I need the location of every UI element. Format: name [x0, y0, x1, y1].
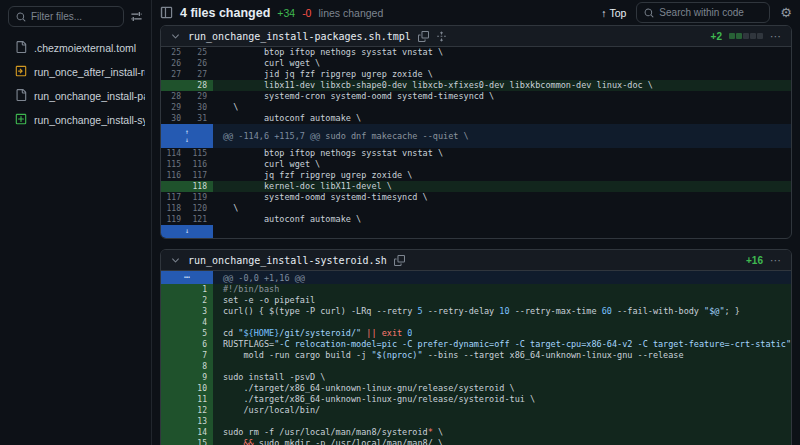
old-line-number[interactable] [161, 339, 187, 350]
code-search-box[interactable] [636, 2, 770, 23]
new-line-number[interactable]: 13 [187, 416, 213, 427]
filter-files-input[interactable] [31, 11, 116, 22]
diff-file-name[interactable]: run_onchange_install-systeroid.sh [188, 255, 387, 266]
old-line-number[interactable] [161, 295, 187, 306]
diff-file-name[interactable]: run_onchange_install-packages.sh.tmpl [188, 31, 411, 42]
diff-row-context: 2930 \ [161, 102, 791, 113]
new-line-number[interactable]: 10 [187, 383, 213, 394]
new-line-number[interactable]: 118 [187, 181, 213, 192]
old-line-number[interactable] [161, 181, 187, 192]
old-line-number[interactable]: 28 [161, 91, 187, 102]
kebab-menu-icon[interactable]: ⋯ [770, 31, 782, 42]
new-line-number[interactable]: 117 [187, 170, 213, 181]
new-line-number[interactable]: 11 [187, 394, 213, 405]
old-line-number[interactable]: 115 [161, 159, 187, 170]
diff-row-added: 12 /usr/local/bin/ [161, 405, 791, 416]
new-line-number[interactable]: 116 [187, 159, 213, 170]
old-line-number[interactable] [161, 306, 187, 317]
old-line-number[interactable] [161, 438, 187, 445]
old-line-number[interactable] [161, 383, 187, 394]
expand-hunk-button[interactable]: ↑↓ [161, 124, 213, 148]
old-line-number[interactable]: 27 [161, 69, 187, 80]
new-line-number[interactable]: 9 [187, 372, 213, 383]
diff-row-added: 10 ./target/x86_64-unknown-linux-gnu/rel… [161, 383, 791, 394]
old-line-number[interactable]: 119 [161, 214, 187, 225]
old-line-number[interactable]: 116 [161, 170, 187, 181]
new-line-number[interactable]: 8 [187, 361, 213, 372]
expand-all-icon[interactable] [436, 31, 447, 42]
old-line-number[interactable] [161, 328, 187, 339]
chevron-down-icon[interactable] [170, 255, 181, 266]
new-line-number[interactable]: 4 [187, 317, 213, 328]
file-tree-item[interactable]: run_onchange_install-syste... [0, 108, 151, 132]
new-line-number[interactable]: 3 [187, 306, 213, 317]
code-line: cd "${HOME}/git/systeroid/" || exit 0 [213, 328, 412, 339]
old-line-number[interactable] [161, 284, 187, 295]
old-line-number[interactable] [161, 416, 187, 427]
new-line-number[interactable]: 15 [187, 438, 213, 445]
new-line-number[interactable]: 25 [187, 47, 213, 58]
hunk-range: @@ -114,6 +115,7 @@ [223, 131, 320, 141]
diff-row-context: 117119 systemd-oomd systemd-timesyncd \ [161, 192, 791, 203]
old-line-number[interactable] [161, 361, 187, 372]
code-line: systemd-oomd systemd-timesyncd \ [213, 192, 428, 203]
new-line-number[interactable]: 1 [187, 284, 213, 295]
chevron-down-icon[interactable] [170, 31, 181, 42]
file-tree-item[interactable]: run_once_after_install-rust... [0, 60, 151, 84]
new-line-number[interactable]: 2 [187, 295, 213, 306]
old-line-number[interactable] [161, 350, 187, 361]
old-line-number[interactable]: 30 [161, 113, 187, 124]
new-line-number[interactable]: 7 [187, 350, 213, 361]
file-tree-options-button[interactable] [130, 10, 143, 23]
old-line-number[interactable] [161, 317, 187, 328]
copy-path-icon[interactable] [418, 31, 429, 42]
old-line-number[interactable] [161, 394, 187, 405]
file-icon [15, 41, 27, 55]
old-line-number[interactable]: 29 [161, 102, 187, 113]
old-line-number[interactable]: 26 [161, 58, 187, 69]
hunk-header-row: ⋯@@ -0,0 +1,16 @@ [161, 271, 791, 284]
new-line-number[interactable]: 121 [187, 214, 213, 225]
new-line-number[interactable]: 12 [187, 405, 213, 416]
file-filter-box[interactable] [8, 6, 124, 27]
new-line-number[interactable]: 26 [187, 58, 213, 69]
search-within-code-input[interactable] [659, 7, 762, 18]
new-line-number[interactable]: 27 [187, 69, 213, 80]
diff-file-header[interactable]: run_onchange_install-systeroid.sh+16⋯ [161, 250, 791, 271]
old-line-number[interactable] [161, 405, 187, 416]
copy-path-icon[interactable] [394, 255, 405, 266]
new-line-number[interactable]: 29 [187, 91, 213, 102]
new-line-number[interactable]: 5 [187, 328, 213, 339]
file-tree-item[interactable]: .chezmoiexternal.toml [0, 36, 151, 60]
diff-body: ⋯@@ -0,0 +1,16 @@1#!/bin/bash2set -e -o … [161, 271, 791, 445]
gear-icon[interactable]: ⚙ [780, 6, 792, 19]
new-line-number[interactable]: 6 [187, 339, 213, 350]
kebab-menu-icon[interactable]: ⋯ [770, 255, 782, 266]
new-line-number[interactable]: 14 [187, 427, 213, 438]
old-line-number[interactable] [161, 80, 187, 91]
diff-file-header[interactable]: run_onchange_install-packages.sh.tmpl+2⋯ [161, 26, 791, 47]
expand-dots-button[interactable]: ⋯ [161, 271, 213, 284]
old-line-number[interactable]: 118 [161, 203, 187, 214]
old-line-number[interactable] [161, 372, 187, 383]
new-line-number[interactable]: 115 [187, 148, 213, 159]
new-line-number[interactable]: 30 [187, 102, 213, 113]
back-to-top-link[interactable]: ↑ Top [601, 7, 626, 19]
diff-row-context: 2525 btop iftop nethogs sysstat vnstat \ [161, 47, 791, 58]
file-tree-item[interactable]: run_onchange_install-pack... [0, 84, 151, 108]
old-line-number[interactable] [161, 427, 187, 438]
new-line-number[interactable]: 119 [187, 192, 213, 203]
new-line-number[interactable]: 31 [187, 113, 213, 124]
old-line-number[interactable]: 114 [161, 148, 187, 159]
file-tree-item-label: run_once_after_install-rust... [34, 66, 145, 78]
old-line-number[interactable]: 117 [161, 192, 187, 203]
old-line-number[interactable]: 25 [161, 47, 187, 58]
diffstat-squares [729, 33, 763, 39]
toggle-file-tree-icon[interactable] [160, 6, 173, 19]
code-line [213, 361, 223, 372]
file-tree-item-label: run_onchange_install-pack... [34, 90, 145, 102]
new-line-number[interactable]: 28 [187, 80, 213, 91]
diff-row-context: 2727 jid jq fzf ripgrep ugrep zoxide \ [161, 69, 791, 80]
expand-down-button[interactable]: ↓ [161, 225, 213, 238]
new-line-number[interactable]: 120 [187, 203, 213, 214]
